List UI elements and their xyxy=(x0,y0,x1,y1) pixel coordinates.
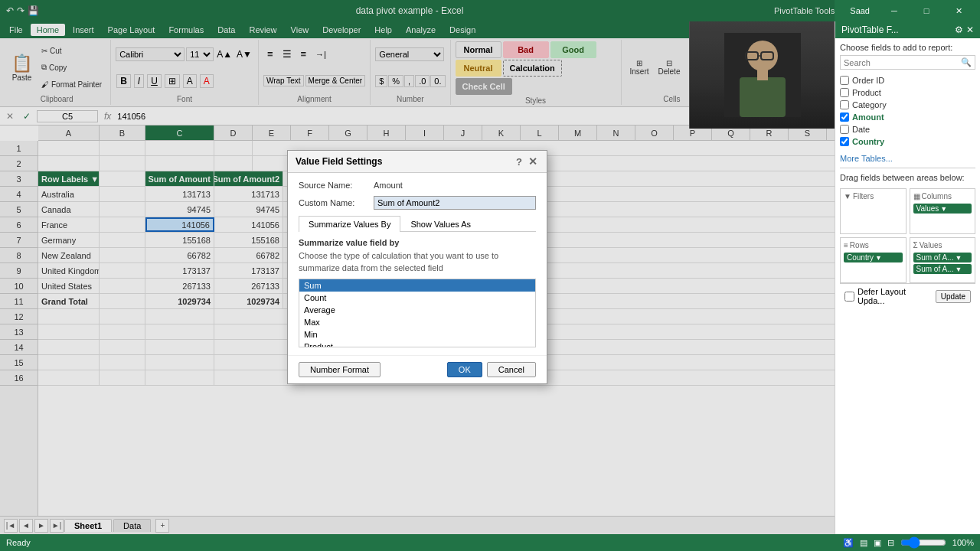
zoom-slider[interactable] xyxy=(900,536,946,549)
field-product: Product xyxy=(840,86,975,99)
value-field-dialog: Value Field Settings ? ✕ Source Name: Am… xyxy=(287,150,547,384)
list-item-min[interactable]: Min xyxy=(299,328,535,341)
filters-text: Filters xyxy=(853,192,874,201)
section-label: Summarize value field by xyxy=(299,238,536,247)
columns-area[interactable]: ▦ Columns Values ▼ xyxy=(910,188,976,234)
update-btn[interactable]: Update xyxy=(936,290,971,303)
columns-text: Columns xyxy=(922,192,952,201)
columns-icon: ▦ xyxy=(913,192,920,201)
pivot-close-icon[interactable]: ✕ xyxy=(966,24,974,35)
dialog-action-buttons: OK Cancel xyxy=(447,362,536,377)
rows-area[interactable]: ≡ Rows Country ▼ xyxy=(840,237,906,283)
number-format-btn[interactable]: Number Format xyxy=(299,362,381,377)
defer-checkbox[interactable] xyxy=(844,292,854,302)
rows-label: ≡ Rows xyxy=(844,241,903,249)
field-product-label: Product xyxy=(852,88,881,97)
filters-label: ▼ Filters xyxy=(844,192,903,201)
field-category-checkbox[interactable] xyxy=(840,100,849,109)
dialog-tabs: Summarize Values By Show Values As xyxy=(299,216,536,232)
rows-icon: ≡ xyxy=(844,241,848,249)
custom-name-input[interactable] xyxy=(374,196,536,210)
rows-country-label: Country xyxy=(847,253,874,262)
window-controls: ─ □ ✕ xyxy=(879,3,974,18)
defer-row: Defer Layout Upda... Update xyxy=(840,283,975,308)
field-date-checkbox[interactable] xyxy=(840,125,849,134)
field-country-checkbox[interactable] xyxy=(840,137,849,146)
list-item-average[interactable]: Average xyxy=(299,304,535,316)
tab-summarize[interactable]: Summarize Values By xyxy=(299,216,400,232)
dialog-help-btn[interactable]: ? xyxy=(516,156,522,168)
values-sum-amount2-label: Sum of A... xyxy=(916,265,954,273)
custom-name-label: Custom Name: xyxy=(299,198,368,207)
dialog-title-bar: Value Field Settings ? ✕ xyxy=(288,151,547,173)
search-box[interactable]: 🔍 xyxy=(840,55,975,70)
field-order-id-label: Order ID xyxy=(852,76,884,85)
field-category-label: Category xyxy=(852,100,887,109)
search-icon: 🔍 xyxy=(961,57,972,67)
source-name-value: Amount xyxy=(374,181,403,190)
filters-area[interactable]: ▼ Filters xyxy=(840,188,906,234)
minimize-btn[interactable]: ─ xyxy=(879,3,910,18)
dialog-title: Value Field Settings xyxy=(296,156,382,167)
field-amount-label: Amount xyxy=(852,112,884,122)
pivot-panel-title: PivotTable F... xyxy=(841,24,899,35)
defer-label: Defer Layout Upda... xyxy=(858,287,933,305)
values-sum-amount-label: Sum of A... xyxy=(916,253,954,262)
field-date-label: Date xyxy=(852,125,870,134)
field-country: Country xyxy=(840,135,975,148)
field-order-id: Order ID xyxy=(840,74,975,86)
source-name-row: Source Name: Amount xyxy=(299,181,536,190)
accessibility-icon[interactable]: ♿ xyxy=(843,538,854,548)
values-sum-amount-tag[interactable]: Sum of A... ▼ xyxy=(913,253,972,262)
zoom-level: 100% xyxy=(952,538,974,547)
field-product-checkbox[interactable] xyxy=(840,88,849,97)
view-normal-icon[interactable]: ▤ xyxy=(860,538,867,548)
values-sum-amount-remove[interactable]: ▼ xyxy=(955,254,962,262)
values-area[interactable]: Σ Values Sum of A... ▼ Sum of A... ▼ xyxy=(910,237,976,283)
areas-grid: ▼ Filters ▦ Columns Values ▼ xyxy=(840,188,975,283)
search-input[interactable] xyxy=(844,58,961,67)
dialog-overlay: Value Field Settings ? ✕ Source Name: Am… xyxy=(0,0,835,534)
pivot-settings-icon[interactable]: ⚙ xyxy=(955,24,963,35)
pivot-panel-actions: ⚙ ✕ xyxy=(955,24,974,35)
filters-icon: ▼ xyxy=(844,192,851,201)
dialog-body: Source Name: Amount Custom Name: Summari… xyxy=(288,173,547,355)
field-amount-checkbox[interactable] xyxy=(840,112,849,122)
columns-values-remove[interactable]: ▼ xyxy=(940,205,947,213)
source-name-label: Source Name: xyxy=(299,181,368,190)
columns-values-tag[interactable]: Values ▼ xyxy=(913,204,972,214)
rows-text: Rows xyxy=(850,241,869,249)
close-btn[interactable]: ✕ xyxy=(943,3,974,18)
rows-country-tag[interactable]: Country ▼ xyxy=(844,253,903,262)
dialog-title-actions: ? ✕ xyxy=(516,155,539,168)
rows-country-remove[interactable]: ▼ xyxy=(875,254,882,262)
more-tables-link[interactable]: More Tables... xyxy=(840,154,975,163)
list-item-sum[interactable]: Sum xyxy=(299,279,535,292)
list-item-product[interactable]: Product xyxy=(299,341,535,347)
field-amount: Amount xyxy=(840,111,975,123)
values-sum-amount2-remove[interactable]: ▼ xyxy=(955,266,962,273)
tab-show[interactable]: Show Values As xyxy=(400,216,481,232)
field-order-id-checkbox[interactable] xyxy=(840,76,849,85)
pivot-panel-body: Choose fields to add to report: 🔍 Order … xyxy=(835,38,980,534)
columns-label: ▦ Columns xyxy=(913,192,972,201)
values-sum-amount2-tag[interactable]: Sum of A... ▼ xyxy=(913,264,972,274)
pivot-panel-header: PivotTable F... ⚙ ✕ xyxy=(835,21,980,38)
list-item-max[interactable]: Max xyxy=(299,316,535,328)
summarize-listbox[interactable]: Sum Count Average Max Min Product xyxy=(299,279,536,347)
cancel-btn[interactable]: Cancel xyxy=(487,362,536,377)
view-page-break-icon[interactable]: ⊟ xyxy=(887,538,894,548)
pivot-table-panel: PivotTable F... ⚙ ✕ Choose fields to add… xyxy=(835,21,980,534)
field-country-label: Country xyxy=(852,137,884,146)
list-item-count[interactable]: Count xyxy=(299,292,535,304)
ok-btn[interactable]: OK xyxy=(447,362,482,377)
user-name: Saad xyxy=(850,6,870,15)
view-layout-icon[interactable]: ▣ xyxy=(874,538,881,548)
values-label: Σ Values xyxy=(913,241,972,249)
dialog-close-btn[interactable]: ✕ xyxy=(527,155,539,168)
field-category: Category xyxy=(840,99,975,111)
section-description: Choose the type of calculation that you … xyxy=(299,250,536,274)
drag-label: Drag fields between areas below: xyxy=(840,173,975,182)
maximize-btn[interactable]: □ xyxy=(911,3,942,18)
values-text: Values xyxy=(920,241,942,249)
